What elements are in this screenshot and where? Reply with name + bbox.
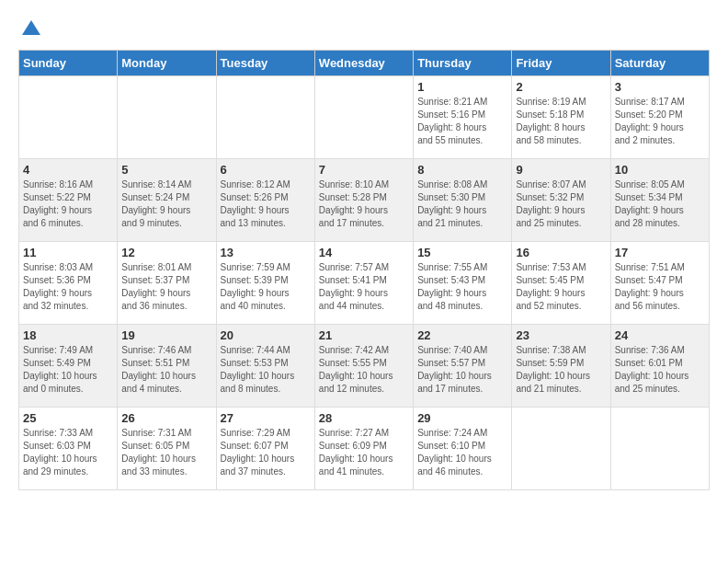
day-number: 5 [121,163,211,177]
calendar-week-row: 18Sunrise: 7:49 AM Sunset: 5:49 PM Dayli… [19,325,710,408]
day-info: Sunrise: 7:51 AM Sunset: 5:47 PM Dayligh… [615,261,705,313]
calendar-cell: 5Sunrise: 8:14 AM Sunset: 5:24 PM Daylig… [118,159,216,242]
day-header-monday: Monday [118,51,216,76]
day-info: Sunrise: 7:36 AM Sunset: 6:01 PM Dayligh… [615,344,705,396]
calendar-cell: 10Sunrise: 8:05 AM Sunset: 5:34 PM Dayli… [610,159,709,242]
day-info: Sunrise: 7:46 AM Sunset: 5:51 PM Dayligh… [121,344,211,396]
day-number: 25 [23,411,113,425]
day-info: Sunrise: 8:01 AM Sunset: 5:37 PM Dayligh… [121,261,211,313]
calendar-week-row: 25Sunrise: 7:33 AM Sunset: 6:03 PM Dayli… [19,408,710,490]
day-info: Sunrise: 7:59 AM Sunset: 5:39 PM Dayligh… [221,261,311,313]
day-info: Sunrise: 7:40 AM Sunset: 5:57 PM Dayligh… [417,344,507,396]
calendar-cell [19,76,118,159]
calendar-cell [314,76,413,159]
svg-marker-0 [22,20,40,35]
day-header-wednesday: Wednesday [314,51,413,76]
day-number: 2 [516,80,606,94]
day-info: Sunrise: 7:55 AM Sunset: 5:43 PM Dayligh… [417,261,507,313]
calendar-cell: 21Sunrise: 7:42 AM Sunset: 5:55 PM Dayli… [314,325,413,408]
day-info: Sunrise: 7:33 AM Sunset: 6:03 PM Dayligh… [23,427,113,478]
day-info: Sunrise: 7:49 AM Sunset: 5:49 PM Dayligh… [23,344,113,396]
day-number: 17 [615,246,705,259]
calendar-cell: 2Sunrise: 8:19 AM Sunset: 5:18 PM Daylig… [512,76,610,159]
calendar-cell: 29Sunrise: 7:24 AM Sunset: 6:10 PM Dayli… [414,408,512,490]
calendar-cell [610,408,709,490]
day-number: 3 [615,80,705,94]
calendar-cell: 13Sunrise: 7:59 AM Sunset: 5:39 PM Dayli… [216,242,314,325]
day-header-friday: Friday [512,51,610,76]
day-info: Sunrise: 8:14 AM Sunset: 5:24 PM Dayligh… [121,178,211,230]
day-info: Sunrise: 8:07 AM Sunset: 5:32 PM Dayligh… [516,178,606,230]
calendar-cell: 15Sunrise: 7:55 AM Sunset: 5:43 PM Dayli… [414,242,512,325]
day-number: 19 [121,328,211,342]
calendar-cell: 22Sunrise: 7:40 AM Sunset: 5:57 PM Dayli… [414,325,512,408]
day-info: Sunrise: 7:57 AM Sunset: 5:41 PM Dayligh… [319,261,409,313]
day-number: 1 [417,80,507,94]
calendar-cell: 1Sunrise: 8:21 AM Sunset: 5:16 PM Daylig… [414,76,512,159]
calendar-cell: 28Sunrise: 7:27 AM Sunset: 6:09 PM Dayli… [314,408,413,490]
calendar-cell: 18Sunrise: 7:49 AM Sunset: 5:49 PM Dayli… [19,325,118,408]
day-info: Sunrise: 8:10 AM Sunset: 5:28 PM Dayligh… [319,178,409,230]
day-number: 28 [319,411,409,425]
day-number: 9 [516,163,606,177]
day-info: Sunrise: 8:17 AM Sunset: 5:20 PM Dayligh… [615,96,705,147]
day-number: 12 [121,246,211,259]
calendar-cell: 11Sunrise: 8:03 AM Sunset: 5:36 PM Dayli… [19,242,118,325]
calendar-cell: 9Sunrise: 8:07 AM Sunset: 5:32 PM Daylig… [512,159,610,242]
calendar-cell: 12Sunrise: 8:01 AM Sunset: 5:37 PM Dayli… [118,242,216,325]
calendar-cell: 4Sunrise: 8:16 AM Sunset: 5:22 PM Daylig… [19,159,118,242]
day-info: Sunrise: 7:27 AM Sunset: 6:09 PM Dayligh… [319,427,409,478]
day-info: Sunrise: 7:42 AM Sunset: 5:55 PM Dayligh… [319,344,409,396]
day-header-thursday: Thursday [414,51,512,76]
day-number: 20 [221,328,311,342]
day-info: Sunrise: 7:31 AM Sunset: 6:05 PM Dayligh… [121,427,211,478]
day-number: 13 [221,246,311,259]
day-header-saturday: Saturday [610,51,709,76]
calendar-cell: 7Sunrise: 8:10 AM Sunset: 5:28 PM Daylig… [314,159,413,242]
calendar-cell: 23Sunrise: 7:38 AM Sunset: 5:59 PM Dayli… [512,325,610,408]
logo-icon [20,18,42,40]
day-number: 24 [615,328,705,342]
day-info: Sunrise: 8:21 AM Sunset: 5:16 PM Dayligh… [417,96,507,147]
day-number: 8 [417,163,507,177]
logo[interactable] [18,18,42,40]
day-info: Sunrise: 7:38 AM Sunset: 5:59 PM Dayligh… [516,344,606,396]
calendar-cell [216,76,314,159]
day-info: Sunrise: 8:19 AM Sunset: 5:18 PM Dayligh… [516,96,606,147]
day-info: Sunrise: 7:24 AM Sunset: 6:10 PM Dayligh… [417,427,507,478]
day-number: 29 [417,411,507,425]
calendar-cell [118,76,216,159]
day-number: 22 [417,328,507,342]
calendar-cell: 24Sunrise: 7:36 AM Sunset: 6:01 PM Dayli… [610,325,709,408]
day-number: 15 [417,246,507,259]
calendar-cell: 8Sunrise: 8:08 AM Sunset: 5:30 PM Daylig… [414,159,512,242]
calendar-cell: 25Sunrise: 7:33 AM Sunset: 6:03 PM Dayli… [19,408,118,490]
day-info: Sunrise: 8:05 AM Sunset: 5:34 PM Dayligh… [615,178,705,230]
calendar-cell: 6Sunrise: 8:12 AM Sunset: 5:26 PM Daylig… [216,159,314,242]
calendar-cell: 19Sunrise: 7:46 AM Sunset: 5:51 PM Dayli… [118,325,216,408]
day-number: 23 [516,328,606,342]
day-number: 4 [23,163,113,177]
day-number: 14 [319,246,409,259]
calendar-week-row: 1Sunrise: 8:21 AM Sunset: 5:16 PM Daylig… [19,76,710,159]
day-number: 7 [319,163,409,177]
calendar-cell: 16Sunrise: 7:53 AM Sunset: 5:45 PM Dayli… [512,242,610,325]
day-header-sunday: Sunday [19,51,118,76]
calendar-week-row: 11Sunrise: 8:03 AM Sunset: 5:36 PM Dayli… [19,242,710,325]
day-number: 26 [121,411,211,425]
day-number: 10 [615,163,705,177]
day-info: Sunrise: 7:29 AM Sunset: 6:07 PM Dayligh… [221,427,311,478]
day-number: 11 [23,246,113,259]
calendar-cell: 20Sunrise: 7:44 AM Sunset: 5:53 PM Dayli… [216,325,314,408]
day-info: Sunrise: 8:12 AM Sunset: 5:26 PM Dayligh… [221,178,311,230]
calendar-cell: 17Sunrise: 7:51 AM Sunset: 5:47 PM Dayli… [610,242,709,325]
day-info: Sunrise: 8:03 AM Sunset: 5:36 PM Dayligh… [23,261,113,313]
day-number: 6 [221,163,311,177]
day-info: Sunrise: 7:44 AM Sunset: 5:53 PM Dayligh… [221,344,311,396]
page-header [18,18,710,40]
day-number: 27 [221,411,311,425]
day-number: 18 [23,328,113,342]
calendar-cell: 26Sunrise: 7:31 AM Sunset: 6:05 PM Dayli… [118,408,216,490]
calendar-week-row: 4Sunrise: 8:16 AM Sunset: 5:22 PM Daylig… [19,159,710,242]
calendar-cell: 3Sunrise: 8:17 AM Sunset: 5:20 PM Daylig… [610,76,709,159]
